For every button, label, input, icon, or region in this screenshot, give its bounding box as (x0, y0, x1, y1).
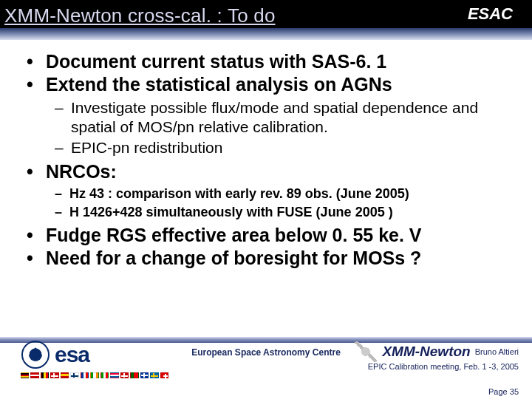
esa-block: esa (21, 340, 168, 378)
esac-badge: ESAC (468, 4, 513, 24)
subbullet-flux-mode: Investigate possible flux/mode and spati… (55, 98, 513, 137)
flag-icon (110, 372, 118, 378)
meeting-label: EPIC Calibration meeting, Feb. 1 -3, 200… (354, 362, 519, 371)
satellite-icon (354, 341, 378, 362)
flag-icon (120, 372, 129, 378)
flag-icon (50, 372, 58, 378)
flag-icon (41, 372, 49, 378)
flag-icon (61, 372, 69, 378)
mission-block: XMM-Newton Bruno Altieri EPIC Calibratio… (354, 341, 519, 371)
flag-icon (140, 372, 149, 378)
esa-wordmark: esa (55, 342, 89, 367)
esa-logo: esa (21, 340, 168, 369)
footer: esa European Space Astronomy Centre XMM-… (0, 337, 532, 399)
flag-row (21, 372, 168, 378)
subbullet-hz43: Hz 43 : comparison with early rev. 89 ob… (55, 185, 513, 202)
flag-icon (70, 372, 78, 378)
flag-icon (21, 372, 29, 378)
bullet-nrcos: NRCOs: (27, 160, 513, 183)
flag-icon (160, 372, 168, 378)
flag-icon (30, 372, 38, 378)
flag-icon (81, 372, 89, 378)
author-label: Bruno Altieri (475, 347, 519, 356)
slide-title: XMM-Newton cross-cal. : To do (4, 4, 276, 27)
page-number: Page 35 (488, 387, 519, 396)
bullet-agn: Extend the statistical analysis on AGNs (27, 73, 513, 96)
flag-icon (100, 372, 109, 378)
mission-name: XMM-Newton (382, 344, 470, 360)
flag-icon (130, 372, 138, 378)
title-bar: XMM-Newton cross-cal. : To do ESAC (0, 0, 532, 40)
subbullet-epic-pn: EPIC-pn redistribution (55, 138, 513, 157)
slide-content: Document current status with SAS-6. 1 Ex… (0, 40, 532, 270)
centre-label: European Space Astronomy Centre (191, 347, 341, 358)
bullet-status: Document current status with SAS-6. 1 (27, 50, 513, 73)
esa-roundel-icon (21, 340, 50, 369)
bullet-rgs: Fudge RGS effective area below 0. 55 ke.… (27, 224, 513, 247)
subbullet-h1426: H 1426+428 simultaneously with FUSE (Jun… (55, 204, 513, 221)
bullet-boresight: Need for a change of boresight for MOSs … (27, 247, 513, 270)
flag-icon (90, 372, 98, 378)
flag-icon (150, 372, 158, 378)
